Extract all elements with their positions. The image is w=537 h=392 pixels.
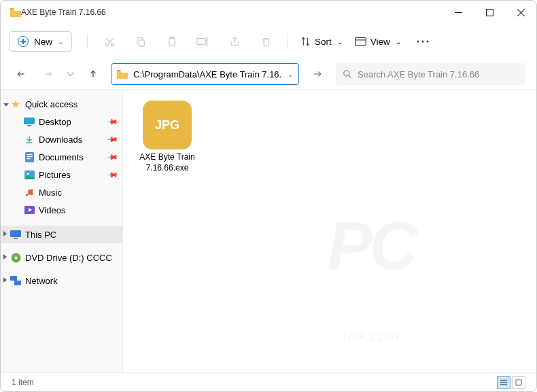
nav-row: ⌄ Search AXE Byte Train 7.16.66 — [1, 59, 536, 89]
new-button[interactable]: New ⌄ — [9, 31, 72, 52]
content-pane[interactable]: JPG AXE Byte Train7.16.66.exe PC risk.co… — [123, 90, 536, 372]
sidebar-item-documents[interactable]: Documents📌 — [1, 148, 122, 166]
window-title: AXE Byte Train 7.16.66 — [21, 7, 443, 17]
downloads-icon — [24, 134, 35, 145]
chevron-down-icon[interactable]: ⌄ — [288, 71, 293, 78]
svg-rect-23 — [25, 152, 34, 162]
desktop-icon — [24, 116, 35, 127]
recent-button[interactable] — [66, 65, 75, 84]
svg-point-15 — [417, 40, 419, 42]
back-button[interactable] — [12, 65, 31, 84]
svg-rect-6 — [139, 39, 144, 46]
pictures-icon — [24, 169, 35, 180]
sidebar-network[interactable]: Network — [1, 272, 122, 289]
title-bar: AXE Byte Train 7.16.66 — [1, 1, 536, 24]
search-placeholder: Search AXE Byte Train 7.16.66 — [358, 69, 479, 79]
quick-access-label: Quick access — [25, 99, 77, 109]
forward-button[interactable] — [39, 65, 58, 84]
svg-rect-41 — [516, 380, 521, 385]
svg-point-17 — [426, 40, 428, 42]
svg-rect-37 — [14, 281, 21, 285]
sidebar-item-videos[interactable]: Videos — [1, 201, 122, 219]
svg-rect-33 — [14, 238, 18, 239]
sidebar-this-pc[interactable]: This PC — [1, 226, 122, 243]
file-name: AXE Byte Train7.16.66.exe — [139, 152, 194, 173]
jpg-file-icon: JPG — [143, 101, 192, 149]
chevron-down-icon: ⌄ — [58, 38, 63, 46]
toolbar: New ⌄ Sort ⌄ View ⌄ — [1, 24, 536, 59]
svg-rect-9 — [197, 39, 206, 45]
disc-icon — [10, 252, 21, 263]
search-box[interactable]: Search AXE Byte Train 7.16.66 — [336, 63, 525, 85]
videos-icon — [24, 204, 35, 215]
view-toggle — [497, 376, 525, 389]
icons-view-button[interactable] — [512, 376, 525, 389]
star-icon — [10, 99, 21, 109]
paste-button[interactable] — [158, 29, 186, 54]
folder-icon — [10, 7, 21, 18]
svg-point-16 — [421, 40, 423, 42]
item-count: 1 item — [12, 378, 34, 387]
pin-icon: 📌 — [105, 115, 118, 128]
sidebar: Quick access Desktop📌 Downloads📌 Documen… — [1, 90, 123, 372]
separator — [87, 34, 88, 49]
sidebar-dvd[interactable]: DVD Drive (D:) CCCC — [1, 249, 122, 266]
window-controls — [443, 1, 536, 24]
address-bar[interactable]: ⌄ — [111, 63, 299, 85]
share-button[interactable] — [221, 29, 248, 54]
svg-rect-1 — [486, 9, 493, 16]
svg-rect-20 — [24, 118, 35, 124]
folder-icon — [117, 69, 128, 79]
music-icon — [24, 187, 35, 198]
svg-point-30 — [31, 193, 33, 196]
go-button[interactable] — [307, 64, 328, 84]
pc-icon — [10, 229, 21, 240]
documents-icon — [24, 152, 35, 162]
svg-point-18 — [344, 71, 349, 76]
sort-label: Sort — [315, 37, 332, 47]
network-icon — [10, 275, 21, 286]
sidebar-item-pictures[interactable]: Pictures📌 — [1, 166, 122, 183]
copy-button[interactable] — [127, 29, 154, 54]
more-button[interactable] — [409, 29, 436, 54]
cut-button[interactable] — [96, 29, 123, 54]
watermark-sub: risk.com — [343, 327, 399, 345]
sidebar-quick-access[interactable]: Quick access — [1, 95, 122, 113]
file-item[interactable]: JPG AXE Byte Train7.16.66.exe — [137, 101, 198, 173]
sidebar-item-downloads[interactable]: Downloads📌 — [1, 130, 122, 148]
svg-rect-25 — [27, 156, 32, 157]
svg-point-2 — [105, 43, 108, 46]
view-label: View — [370, 37, 390, 47]
new-label: New — [34, 37, 52, 47]
view-button[interactable]: View ⌄ — [351, 37, 405, 47]
svg-rect-36 — [10, 276, 17, 281]
close-button[interactable] — [505, 1, 536, 24]
separator — [288, 34, 288, 49]
up-button[interactable] — [84, 65, 103, 84]
minimize-button[interactable] — [443, 1, 474, 24]
status-bar: 1 item — [1, 372, 536, 391]
maximize-button[interactable] — [474, 1, 505, 24]
svg-rect-13 — [355, 37, 366, 45]
plus-icon — [18, 36, 29, 47]
svg-rect-24 — [27, 154, 32, 155]
svg-rect-21 — [27, 125, 31, 126]
search-icon — [343, 69, 352, 79]
svg-point-3 — [111, 43, 114, 46]
svg-point-35 — [14, 256, 17, 259]
svg-line-19 — [349, 75, 351, 78]
address-input[interactable] — [133, 69, 282, 79]
sidebar-item-music[interactable]: Music — [1, 183, 122, 201]
chevron-down-icon: ⌄ — [337, 38, 343, 46]
delete-button[interactable] — [252, 29, 279, 54]
main-area: Quick access Desktop📌 Downloads📌 Documen… — [1, 89, 536, 372]
svg-point-28 — [27, 173, 29, 175]
pin-icon: 📌 — [105, 150, 118, 163]
pin-icon: 📌 — [105, 168, 118, 181]
svg-rect-0 — [455, 12, 462, 13]
details-view-button[interactable] — [497, 376, 510, 389]
sort-button[interactable]: Sort ⌄ — [296, 36, 347, 47]
sidebar-item-desktop[interactable]: Desktop📌 — [1, 113, 122, 130]
svg-rect-26 — [27, 158, 30, 159]
rename-button[interactable] — [190, 29, 217, 54]
